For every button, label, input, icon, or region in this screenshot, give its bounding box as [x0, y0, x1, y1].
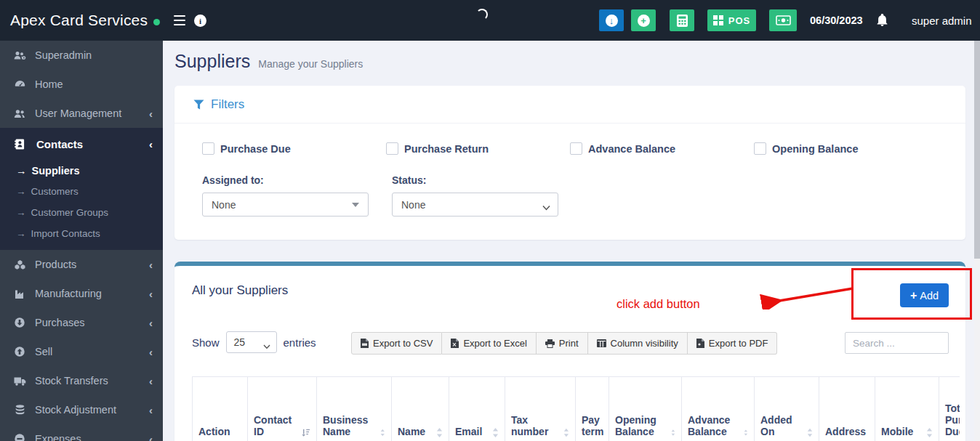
export-excel-button[interactable]: Export to Excel: [442, 332, 536, 355]
sidebar-item-label: Home: [35, 78, 63, 90]
export-csv-button[interactable]: Export to CSV: [351, 332, 442, 355]
sidebar-subitem-label: Customer Groups: [31, 207, 109, 218]
sidebar-item-products[interactable]: Products ‹: [0, 250, 163, 279]
column-header-added-on[interactable]: Added On: [755, 377, 819, 441]
page-length-value: 25: [234, 336, 246, 348]
sidebar-item-stock-transfers[interactable]: Stock Transfers ‹: [0, 366, 163, 395]
printer-icon: [545, 339, 555, 348]
notifications-bell-icon[interactable]: [877, 14, 888, 29]
export-button-group: Export to CSV Export to Excel Print Colu…: [351, 332, 777, 355]
filters-body: Purchase Due Purchase Return Advance Bal…: [174, 124, 965, 217]
status-field: Status: None: [392, 174, 582, 217]
sidebar-item-purchases[interactable]: Purchases ‹: [0, 308, 163, 337]
assigned-to-field: Assigned to: None: [202, 174, 392, 217]
sidebar-item-sell[interactable]: Sell ‹: [0, 337, 163, 366]
assigned-to-select[interactable]: None: [202, 193, 369, 217]
info-icon[interactable]: i: [194, 15, 206, 27]
page-length-control: Show 25 entries: [192, 331, 316, 353]
hamburger-menu-icon[interactable]: [174, 15, 185, 25]
sidebar-item-superadmin[interactable]: Superadmin: [0, 41, 163, 70]
sidebar-nav: Superadmin Home User Management ‹ Contac…: [0, 41, 163, 441]
plus-circle-icon: +: [638, 15, 650, 27]
column-header-advance-balance[interactable]: Advance Balance: [682, 377, 755, 441]
app-brand[interactable]: Apex Card Services: [10, 0, 160, 41]
column-visibility-button[interactable]: Column visibility: [588, 332, 688, 355]
annotation-arrow: [756, 283, 858, 309]
column-header-tax-number[interactable]: Tax number: [505, 377, 576, 441]
arrow-circle-down-icon: ↓: [606, 15, 618, 27]
advance-balance-checkbox[interactable]: [570, 142, 582, 155]
page-length-select[interactable]: 25: [226, 331, 277, 353]
sidebar-item-stock-adjustment[interactable]: Stock Adjustment ‹: [0, 395, 163, 424]
column-header-action: Action: [193, 377, 248, 441]
loading-spinner-icon: [476, 9, 488, 20]
scrollbar-thumb[interactable]: [974, 41, 980, 259]
pos-button[interactable]: POS: [707, 9, 756, 31]
main-content: Suppliers Manage your Suppliers Filters …: [163, 41, 980, 441]
sidebar-item-contacts[interactable]: Contacts ‹: [0, 128, 163, 160]
filter-checkbox-row: Purchase Due Purchase Return Advance Bal…: [202, 142, 938, 155]
purchase-return-checkbox[interactable]: [386, 142, 398, 155]
sidebar-item-user-management[interactable]: User Management ‹: [0, 99, 163, 128]
minus-circle-icon: [12, 434, 28, 441]
cash-register-button[interactable]: [769, 9, 797, 31]
assigned-to-value: None: [212, 199, 236, 211]
sidebar-subitem-suppliers[interactable]: → Suppliers: [0, 160, 163, 181]
users-gear-icon: [12, 51, 28, 60]
calculator-icon: [677, 15, 688, 27]
filter-purchase-return: Purchase Return: [386, 142, 570, 155]
user-menu[interactable]: super admin: [912, 0, 972, 41]
column-header-contact-id[interactable]: Contact ID: [248, 377, 317, 441]
status-select[interactable]: None: [392, 193, 558, 217]
page-subtitle: Manage your Suppliers: [258, 58, 363, 70]
sort-icon: [436, 428, 443, 437]
sort-icon: [744, 428, 748, 437]
caret-down-icon: [352, 203, 359, 207]
search-input[interactable]: [845, 332, 949, 354]
column-header-opening-balance[interactable]: Opening Balance: [609, 377, 682, 441]
money-bill-icon: [776, 15, 791, 25]
sidebar-item-label: Purchases: [35, 317, 85, 328]
sort-icon: [671, 428, 675, 437]
download-circle-button[interactable]: ↓: [599, 9, 624, 31]
chevron-left-icon: ‹: [149, 259, 153, 271]
submenu-arrow-icon: →: [16, 165, 27, 177]
export-pdf-button[interactable]: Export to PDF: [688, 332, 778, 355]
calculator-button[interactable]: [670, 9, 694, 31]
filters-card: Filters Purchase Due Purchase Return Adv…: [174, 86, 965, 240]
arrow-circle-down-icon: [12, 317, 28, 328]
sidebar-item-home[interactable]: Home: [0, 70, 163, 99]
print-button[interactable]: Print: [537, 332, 588, 355]
opening-balance-checkbox[interactable]: [754, 142, 766, 155]
button-label: Column visibility: [611, 338, 678, 349]
column-header-pay-term: Pay term: [576, 377, 609, 441]
column-header-business-name[interactable]: Business Name: [317, 377, 392, 441]
column-header-email[interactable]: Email: [449, 377, 505, 441]
column-header-total-purchase-due: Total Purchase Due: [939, 377, 960, 441]
chevron-left-icon: ‹: [149, 346, 153, 358]
database-icon: [12, 405, 28, 415]
filters-title: Filters: [211, 97, 244, 112]
column-header-mobile[interactable]: Mobile: [875, 377, 939, 441]
chevron-left-icon: ‹: [149, 433, 153, 441]
annotation-text: click add button: [616, 297, 700, 311]
sidebar-subitem-customer-groups[interactable]: → Customer Groups: [0, 202, 163, 223]
submenu-arrow-icon: →: [16, 207, 26, 218]
sidebar-section-contacts: Contacts ‹ → Suppliers → Customers → Cus…: [0, 128, 163, 250]
sidebar-item-manufacturing[interactable]: Manufacturing ‹: [0, 279, 163, 308]
add-circle-button[interactable]: +: [631, 9, 656, 31]
chevron-left-icon: ‹: [149, 317, 153, 329]
filters-toggle[interactable]: Filters: [174, 86, 965, 124]
truck-icon: [12, 376, 28, 386]
sidebar-subitem-label: Suppliers: [32, 165, 80, 177]
filter-funnel-icon: [193, 100, 204, 110]
sidebar-item-expenses[interactable]: Expenses ‹: [0, 424, 163, 441]
page-title: Suppliers: [174, 51, 250, 72]
vertical-scrollbar: [974, 41, 980, 441]
sidebar-subitem-customers[interactable]: → Customers: [0, 181, 163, 202]
status-label: Status:: [392, 174, 582, 186]
pos-button-label: POS: [728, 15, 750, 26]
sidebar-subitem-import-contacts[interactable]: → Import Contacts: [0, 223, 163, 244]
column-header-name[interactable]: Name: [392, 377, 449, 441]
purchase-due-checkbox[interactable]: [202, 142, 214, 155]
